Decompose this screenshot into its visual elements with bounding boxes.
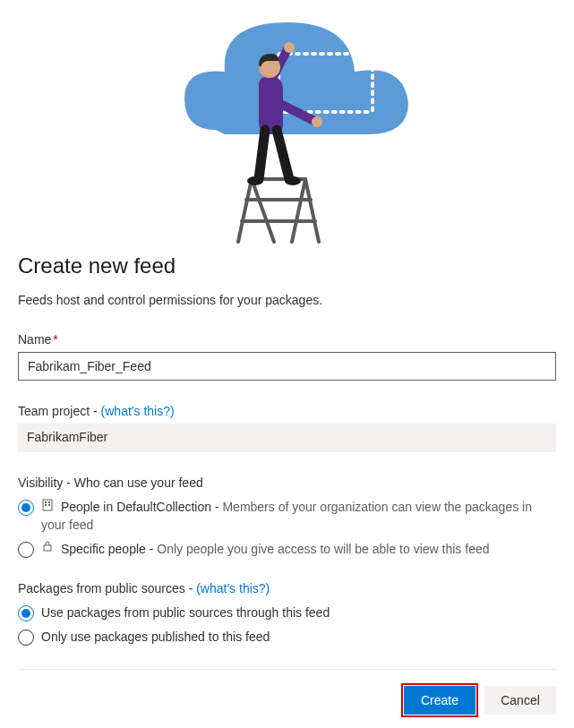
svg-rect-18 xyxy=(44,545,51,551)
name-label: Name* xyxy=(18,332,556,347)
radio-icon[interactable] xyxy=(18,630,34,646)
create-button[interactable]: Create xyxy=(404,686,475,715)
team-project-value: FabrikamFiber xyxy=(18,424,556,452)
dialog-buttons: Create Cancel xyxy=(18,686,556,715)
visibility-option-label: People in DefaultCollection - Members of… xyxy=(41,499,556,534)
visibility-option-label: Specific people - Only people you give a… xyxy=(41,541,556,559)
required-marker: * xyxy=(53,332,57,347)
svg-rect-13 xyxy=(43,500,52,510)
svg-line-3 xyxy=(238,179,252,242)
dialog-title: Create new feed xyxy=(18,253,556,278)
svg-rect-17 xyxy=(48,504,50,506)
public-sources-option-label: Only use packages published to this feed xyxy=(41,629,556,646)
public-sources-group: Packages from public sources - (what's t… xyxy=(18,581,556,646)
radio-icon[interactable] xyxy=(18,605,34,621)
public-sources-option-use[interactable]: Use packages from public sources through… xyxy=(18,604,556,621)
svg-line-1 xyxy=(252,179,274,242)
lock-icon xyxy=(41,540,54,557)
radio-icon[interactable] xyxy=(18,500,34,516)
team-project-label: Team project - (what's this?) xyxy=(18,404,556,418)
team-project-help-link[interactable]: (what's this?) xyxy=(101,404,175,418)
svg-rect-14 xyxy=(45,501,47,503)
public-sources-option-label: Use packages from public sources through… xyxy=(41,604,556,621)
dialog-subtitle: Feeds host and control permissions for y… xyxy=(18,293,556,307)
svg-point-12 xyxy=(285,176,301,185)
public-sources-option-only[interactable]: Only use packages published to this feed xyxy=(18,629,556,646)
svg-point-8 xyxy=(284,42,295,53)
org-icon xyxy=(41,499,54,516)
radio-icon[interactable] xyxy=(18,542,34,558)
name-input[interactable] xyxy=(18,352,556,381)
cloud-person-illustration xyxy=(135,4,440,246)
visibility-option-org[interactable]: People in DefaultCollection - Members of… xyxy=(18,499,556,534)
svg-line-4 xyxy=(292,179,305,242)
svg-point-11 xyxy=(247,176,263,185)
public-sources-label: Packages from public sources - (what's t… xyxy=(18,581,556,595)
team-project-group: Team project - (what's this?) FabrikamFi… xyxy=(18,404,556,452)
public-sources-help-link[interactable]: (what's this?) xyxy=(196,581,270,595)
divider xyxy=(18,669,556,670)
svg-line-2 xyxy=(305,179,319,242)
svg-point-9 xyxy=(312,116,322,127)
svg-rect-15 xyxy=(48,501,50,503)
svg-rect-16 xyxy=(45,504,47,506)
name-field-group: Name* xyxy=(18,332,556,381)
hero-illustration xyxy=(18,0,556,246)
cancel-button[interactable]: Cancel xyxy=(484,686,556,715)
visibility-group: Visibility - Who can use your feed Peopl… xyxy=(18,475,556,558)
visibility-option-specific[interactable]: Specific people - Only people you give a… xyxy=(18,541,556,559)
visibility-label: Visibility - Who can use your feed xyxy=(18,475,556,490)
